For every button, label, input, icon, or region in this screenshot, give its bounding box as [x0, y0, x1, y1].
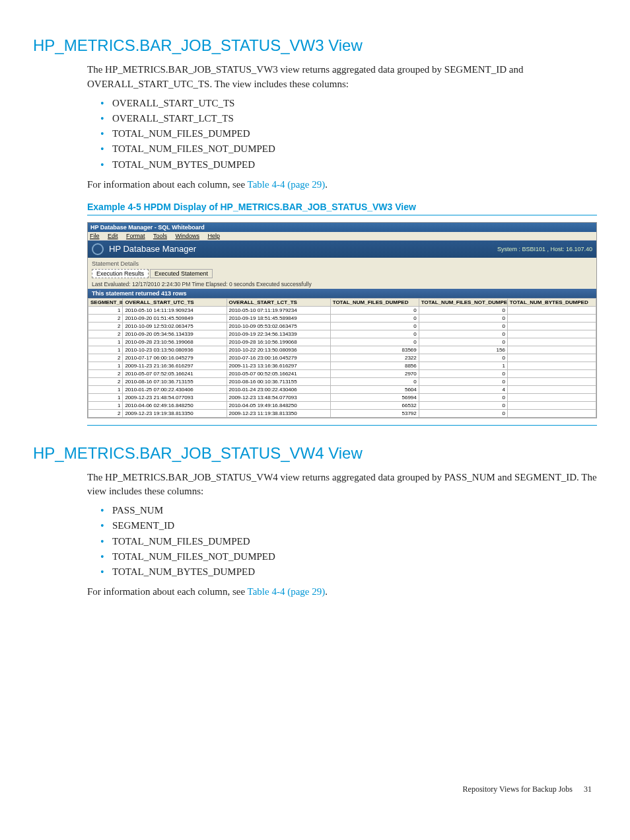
info-prefix: For information about each column, see	[87, 179, 248, 190]
table-row[interactable]: 22009-12-23 19:19:38.8133502009-12-23 11…	[88, 409, 596, 417]
table-header-row: SEGMENT_ID OVERALL_START_UTC_TS OVERALL_…	[88, 298, 596, 306]
statement-details-label: Statement Details	[92, 260, 592, 267]
table-row[interactable]: 12009-12-23 21:48:54.0770932009-12-23 13…	[88, 393, 596, 401]
example-rule	[87, 215, 597, 215]
list-item: SEGMENT_ID	[100, 518, 597, 533]
status-line: Last Evaluated: 12/17/2010 2:24:30 PM Ti…	[88, 280, 596, 289]
list-item: PASS_NUM	[100, 503, 597, 518]
list-item: TOTAL_NUM_BYTES_DUMPED	[100, 564, 597, 580]
results-table: SEGMENT_ID OVERALL_START_UTC_TS OVERALL_…	[88, 298, 596, 418]
table-row[interactable]: 12010-10-23 03:13:50.0809362010-10-22 20…	[88, 346, 596, 354]
list-item: OVERALL_START_UTC_TS	[100, 96, 597, 111]
table-row[interactable]: 22010-05-07 07:52:05.1662412010-05-07 00…	[88, 369, 596, 377]
brand-title: HP Database Manager	[109, 244, 196, 254]
list-item: TOTAL_NUM_FILES_NOT_DUMPED	[100, 141, 597, 157]
info-suffix: .	[325, 586, 328, 597]
table-row[interactable]: 12010-04-06 02:49:16.8482502010-04-05 19…	[88, 401, 596, 409]
tab-executed-statement[interactable]: Executed Statement	[150, 269, 213, 278]
vw4-info-line: For information about each column, see T…	[87, 585, 597, 599]
table-body: 12010-05-10 14:11:19.9092342010-05-10 07…	[88, 306, 596, 417]
col-total-files-dumped[interactable]: TOTAL_NUM_FILES_DUMPED	[330, 298, 419, 306]
page-number: 31	[584, 784, 592, 794]
tab-execution-results[interactable]: Execution Results	[92, 269, 149, 278]
menu-format[interactable]: Format	[126, 233, 145, 239]
hpdm-screenshot: HP Database Manager - SQL Whiteboard Fil…	[87, 222, 597, 418]
example-bottom-rule	[87, 425, 597, 426]
list-item: TOTAL_NUM_BYTES_DUMPED	[100, 157, 597, 172]
vw4-column-list: PASS_NUM SEGMENT_ID TOTAL_NUM_FILES_DUMP…	[87, 503, 597, 580]
footer-label: Repository Views for Backup Jobs	[463, 784, 573, 794]
page-footer: Repository Views for Backup Jobs 31	[33, 784, 597, 794]
table-row[interactable]: 12009-11-23 21:16:36.6162972009-11-23 13…	[88, 362, 596, 369]
vw4-intro: The HP_METRICS.BAR_JOB_STATUS_VW4 view r…	[87, 471, 597, 500]
list-item: OVERALL_START_LCT_TS	[100, 111, 597, 126]
col-segment-id[interactable]: SEGMENT_ID	[88, 298, 123, 306]
section-vw3-title: HP_METRICS.BAR_JOB_STATUS_VW3 View	[33, 36, 597, 55]
section-vw4-title: HP_METRICS.BAR_JOB_STATUS_VW4 View	[33, 444, 597, 463]
table-row[interactable]: 22010-07-17 06:00:16.0452792010-07-16 23…	[88, 354, 596, 362]
col-total-files-not-dumped[interactable]: TOTAL_NUM_FILES_NOT_DUMPED	[419, 298, 507, 306]
table-row[interactable]: 12010-09-28 23:10:56.1990682010-09-28 16…	[88, 338, 596, 346]
table-row[interactable]: 22010-10-09 12:53:02.0634752010-10-09 05…	[88, 322, 596, 330]
list-item: TOTAL_NUM_FILES_DUMPED	[100, 534, 597, 549]
list-item: TOTAL_NUM_FILES_NOT_DUMPED	[100, 549, 597, 564]
menubar: File Edit Format Tools Windows Help	[88, 232, 596, 241]
example-heading: Example 4-5 HPDM Display of HP_METRICS.B…	[87, 202, 597, 212]
rows-returned-bar: This statement returned 413 rows	[88, 289, 596, 298]
table-row[interactable]: 22010-09-20 01:51:45.5098492010-09-19 18…	[88, 314, 596, 322]
vw3-column-list: OVERALL_START_UTC_TS OVERALL_START_LCT_T…	[87, 96, 597, 172]
menu-help[interactable]: Help	[207, 233, 220, 239]
vw3-info-line: For information about each column, see T…	[87, 178, 597, 192]
vw3-intro: The HP_METRICS.BAR_JOB_STATUS_VW3 view r…	[87, 63, 597, 92]
list-item: TOTAL_NUM_FILES_DUMPED	[100, 126, 597, 141]
window-titlebar: HP Database Manager - SQL Whiteboard	[88, 223, 596, 232]
table-ref-link[interactable]: Table 4-4 (page 29)	[248, 179, 326, 190]
col-overall-start-lct[interactable]: OVERALL_START_LCT_TS	[227, 298, 330, 306]
col-overall-start-utc[interactable]: OVERALL_START_UTC_TS	[123, 298, 227, 306]
info-suffix: .	[325, 179, 328, 190]
menu-tools[interactable]: Tools	[153, 233, 167, 239]
system-host-label: System : BSBI101 , Host: 16.107.40	[497, 246, 592, 252]
table-row[interactable]: 12010-01-25 07:00:22.4304062010-01-24 23…	[88, 385, 596, 393]
info-prefix: For information about each column, see	[87, 586, 248, 597]
menu-windows[interactable]: Windows	[175, 233, 199, 239]
hp-logo-icon	[92, 243, 104, 255]
col-total-bytes-dumped[interactable]: TOTAL_NUM_BYTES_DUMPED	[507, 298, 596, 306]
table-ref-link[interactable]: Table 4-4 (page 29)	[248, 586, 326, 597]
table-row[interactable]: 22010-08-16 07:10:36.7131552010-08-16 00…	[88, 377, 596, 385]
table-row[interactable]: 12010-05-10 14:11:19.9092342010-05-10 07…	[88, 306, 596, 314]
menu-edit[interactable]: Edit	[108, 233, 118, 239]
brand-bar: HP Database Manager System : BSBI101 , H…	[88, 241, 596, 258]
table-row[interactable]: 22010-09-20 05:34:56.1343392010-09-19 22…	[88, 330, 596, 338]
menu-file[interactable]: File	[90, 233, 100, 239]
